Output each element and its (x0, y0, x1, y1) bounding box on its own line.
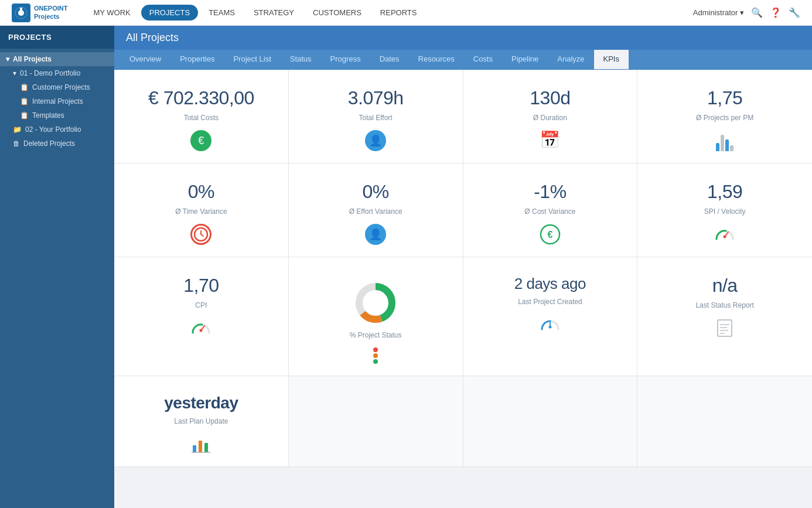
search-icon[interactable]: 🔍 (751, 7, 763, 18)
top-nav: ONEPOINT Projects MY WORK PROJECTS TEAMS… (0, 0, 812, 26)
kpi-value: 2 days ago (475, 275, 626, 293)
bar-chart-icon (190, 434, 211, 455)
kpi-icon (126, 224, 277, 245)
euro-circle-icon: € (540, 224, 561, 245)
kpi-icon: € (475, 224, 626, 245)
tab-overview[interactable]: Overview (120, 50, 170, 69)
tab-bar: Overview Properties Project List Status … (114, 50, 812, 70)
gauge-icon (714, 224, 735, 245)
trash-icon: 🗑 (13, 139, 20, 148)
kpi-spi-velocity: 1,59 SPI / Velocity (637, 163, 812, 257)
nav-projects[interactable]: PROJECTS (141, 5, 198, 21)
kpi-last-project-created: 2 days ago Last Project Created (463, 257, 638, 376)
kpi-projects-per-pm: 1,75 Ø Projects per PM (637, 70, 812, 163)
kpi-last-plan-update: yesterday Last Plan Update (114, 376, 289, 467)
sidebar-label: Internal Projects (32, 97, 83, 105)
svg-text:€: € (547, 230, 552, 240)
main-content: All Projects Overview Properties Project… (114, 26, 812, 508)
nav-reports[interactable]: REPORTS (372, 5, 425, 21)
kpi-label: Ø Projects per PM (649, 114, 800, 122)
tab-resources[interactable]: Resources (409, 50, 464, 69)
kpi-label: SPI / Velocity (649, 207, 800, 216)
sidebar-label: Templates (32, 111, 64, 120)
kpi-value: 1,75 (649, 87, 800, 109)
sidebar-item-all-projects[interactable]: ▾ All Projects (0, 52, 114, 66)
kpi-time-variance: 0% Ø Time Variance (114, 163, 289, 257)
tab-project-list[interactable]: Project List (224, 50, 280, 69)
report-icon (714, 318, 735, 339)
sidebar-item-demo-portfolio[interactable]: ▾ 01 - Demo Portfolio (0, 66, 114, 80)
sidebar-tree: ▾ All Projects ▾ 01 - Demo Portfolio 📋 C… (0, 49, 114, 154)
kpi-value: € 702.330,00 (126, 87, 277, 109)
bar-chart-icon (716, 130, 733, 151)
sidebar-item-internal-projects[interactable]: 📋 Internal Projects (0, 94, 114, 108)
kpi-icon (301, 347, 451, 364)
sidebar-item-deleted-projects[interactable]: 🗑 Deleted Projects (0, 137, 114, 151)
svg-rect-18 (718, 320, 732, 336)
doc-icon: 📋 (20, 111, 29, 120)
person-icon: 👤 (365, 224, 386, 245)
kpi-value: 1,59 (649, 181, 800, 203)
kpi-label: Ø Effort Variance (301, 207, 451, 216)
nav-mywork[interactable]: MY WORK (85, 5, 138, 21)
folder-open-icon: ▾ (6, 55, 9, 63)
traffic-light-icon (373, 347, 378, 364)
kpi-total-costs: € 702.330,00 Total Costs € (114, 70, 289, 163)
sidebar-item-templates[interactable]: 📋 Templates (0, 108, 114, 122)
sidebar-item-your-portfolio[interactable]: 📁 02 - Your Portfolio (0, 122, 114, 137)
kpi-icon: 📅 (475, 130, 626, 149)
page-title: All Projects (126, 32, 179, 44)
kpi-value: 1,70 (126, 275, 277, 296)
settings-icon[interactable]: 🔧 (789, 7, 800, 18)
kpi-cpi: 1,70 CPI (114, 257, 289, 376)
kpi-empty-1 (289, 376, 463, 467)
kpi-value: -1% (475, 181, 626, 203)
svg-line-5 (201, 234, 203, 236)
svg-line-11 (201, 326, 204, 330)
tab-kpis[interactable]: KPIs (594, 50, 629, 69)
kpi-value: 0% (126, 181, 277, 203)
help-icon[interactable]: ❓ (770, 7, 782, 18)
page-header: All Projects (114, 26, 812, 50)
kpi-icon (475, 314, 626, 335)
logo-text: ONEPOINT Projects (34, 5, 67, 20)
kpi-label: % Project Status (301, 331, 451, 339)
svg-rect-25 (204, 443, 208, 452)
kpi-label: Last Plan Update (126, 417, 277, 425)
sidebar-item-customer-projects[interactable]: 📋 Customer Projects (0, 80, 114, 94)
kpi-cost-variance: -1% Ø Cost Variance € (463, 163, 638, 257)
kpi-grid-row2: 0% Ø Time Variance 0% Ø Effort Variance (114, 163, 812, 257)
kpi-icon: 👤 (301, 224, 451, 245)
svg-point-1 (18, 10, 24, 16)
tab-dates[interactable]: Dates (370, 50, 409, 69)
kpi-grid-row1: € 702.330,00 Total Costs € 3.079h Total … (114, 70, 812, 163)
kpi-empty-2 (463, 376, 638, 467)
app-layout: PROJECTS ▾ All Projects ▾ 01 - Demo Port… (0, 26, 812, 508)
calendar-icon: 📅 (540, 130, 560, 149)
tab-properties[interactable]: Properties (170, 50, 224, 69)
kpi-grid-row3: 1,70 CPI (114, 257, 812, 376)
svg-rect-24 (199, 441, 202, 452)
kpi-last-status-report: n/a Last Status Report (637, 257, 812, 376)
kpi-icon: 👤 (301, 130, 451, 151)
nav-teams[interactable]: TEAMS (200, 5, 243, 21)
sidebar-label: 02 - Your Portfolio (25, 125, 81, 134)
folder-icon: ▾ (13, 69, 16, 77)
admin-menu[interactable]: Administrator ▾ (693, 8, 744, 17)
doc-icon: 📋 (20, 83, 29, 91)
tab-costs[interactable]: Costs (464, 50, 502, 69)
gauge2-icon (540, 314, 561, 335)
nav-customers[interactable]: CUSTOMERS (305, 5, 370, 21)
kpi-total-effort: 3.079h Total Effort 👤 (289, 70, 463, 163)
kpi-icon (649, 130, 800, 151)
gauge-icon (190, 318, 211, 339)
nav-strategy[interactable]: STRATEGY (245, 5, 302, 21)
sidebar-label: Deleted Projects (23, 139, 75, 148)
tab-pipeline[interactable]: Pipeline (502, 50, 548, 69)
tab-progress[interactable]: Progress (321, 50, 370, 69)
tab-status[interactable]: Status (281, 50, 321, 69)
kpi-value: n/a (649, 275, 800, 296)
svg-line-9 (725, 232, 728, 237)
tab-analyze[interactable]: Analyze (548, 50, 593, 69)
nav-right: Administrator ▾ 🔍 ❓ 🔧 (693, 7, 800, 18)
